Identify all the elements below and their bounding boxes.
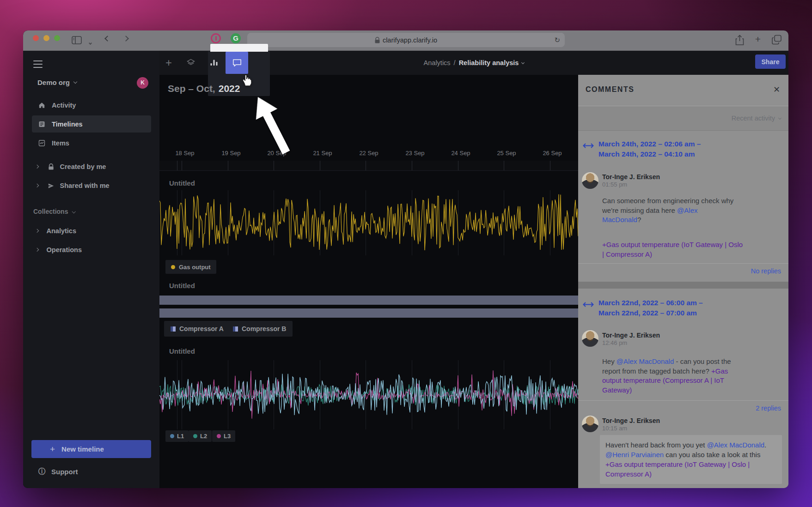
row-title[interactable]: Untitled bbox=[169, 282, 195, 290]
sidebar-item-items[interactable]: Items bbox=[32, 134, 151, 151]
comment-range-link[interactable]: March 22nd, 2022 – 06:00 am – bbox=[598, 299, 774, 307]
hamburger-menu-icon[interactable] bbox=[33, 60, 43, 68]
comment-range-link[interactable]: March 24th, 2022 – 04:10 am bbox=[598, 150, 774, 158]
toolbar-chevron-icon[interactable] bbox=[89, 38, 92, 46]
share-page-icon[interactable] bbox=[735, 35, 744, 48]
tab-overview-icon[interactable] bbox=[772, 35, 782, 48]
period-label[interactable]: Sep – Oct,2022 bbox=[168, 83, 240, 94]
comment-body: Can someone from engineering check why w… bbox=[602, 196, 736, 225]
grammarly-extension-icon[interactable]: G bbox=[231, 33, 241, 43]
comment-bubble-icon bbox=[232, 58, 242, 67]
home-icon bbox=[38, 102, 46, 109]
phases-chart[interactable] bbox=[159, 360, 578, 429]
add-item-button[interactable]: + bbox=[161, 55, 177, 71]
axis-tick-label: 26 Sep bbox=[536, 150, 568, 157]
comments-panel: COMMENTS ✕ Recent activity bbox=[578, 75, 788, 488]
item-link[interactable]: +Gas output temperature (IoT Gateway | O… bbox=[602, 241, 743, 258]
collection-analytics[interactable]: Analytics bbox=[36, 227, 76, 235]
tree-item-shared-with-me[interactable]: Shared with me bbox=[36, 182, 110, 189]
legend-chip-l1[interactable]: L1 bbox=[165, 430, 189, 442]
forward-button[interactable] bbox=[124, 36, 128, 41]
legend-chip-l3[interactable]: L3 bbox=[212, 430, 235, 442]
org-switcher[interactable]: Demo org bbox=[37, 78, 77, 86]
axis-tick-label: 19 Sep bbox=[215, 150, 247, 157]
chevron-right-icon bbox=[35, 248, 39, 252]
timelines-icon bbox=[38, 121, 46, 128]
layers-button[interactable] bbox=[183, 55, 199, 71]
legend-chip-l2[interactable]: L2 bbox=[189, 430, 212, 442]
avatar bbox=[582, 330, 598, 347]
plus-icon: + bbox=[50, 444, 55, 454]
support-button[interactable]: ⓘ Support bbox=[38, 467, 78, 477]
timeline-toolbar: Analytics / Reliability analysis Share + bbox=[159, 51, 788, 75]
clarify-app: Demo org K Activity Timelines bbox=[23, 51, 788, 488]
collection-operations[interactable]: Operations bbox=[36, 246, 82, 254]
comment-time: 01:55 pm bbox=[602, 181, 627, 188]
sidebar-item-timelines[interactable]: Timelines bbox=[32, 115, 151, 133]
comment-item-link[interactable]: +Gas output temperature (IoT Gateway | O… bbox=[602, 240, 743, 259]
comment-range-link[interactable]: March 22nd, 2022 – 07:00 am bbox=[598, 309, 774, 317]
blocker-extension-icon[interactable] bbox=[211, 33, 221, 43]
legend-chip-gas-output[interactable]: Gas output bbox=[165, 260, 216, 274]
row-title[interactable]: Untitled bbox=[169, 179, 195, 187]
axis-tick-label: 23 Sep bbox=[399, 150, 431, 157]
enum-square-icon bbox=[171, 326, 176, 332]
sidebar-item-activity[interactable]: Activity bbox=[32, 97, 151, 114]
sidebar-toggle-icon[interactable] bbox=[72, 36, 82, 44]
new-timeline-button[interactable]: + New timeline bbox=[31, 440, 151, 458]
chevron-down-icon bbox=[778, 116, 781, 119]
replies-link[interactable]: No replies bbox=[751, 267, 781, 275]
series-dot-icon bbox=[170, 434, 174, 438]
comments-button[interactable] bbox=[226, 52, 248, 74]
divider bbox=[578, 263, 788, 264]
item-link[interactable]: +Gas output temperature (IoT Gateway | O… bbox=[605, 460, 750, 478]
replies-link[interactable]: 2 replies bbox=[756, 404, 781, 412]
axis-tick-band bbox=[159, 161, 578, 171]
reply-author: Tor-Inge J. Eriksen bbox=[602, 417, 660, 424]
series-dot-icon bbox=[171, 265, 175, 269]
user-avatar[interactable]: K bbox=[137, 77, 148, 89]
comments-filter[interactable]: Recent activity bbox=[578, 106, 788, 131]
info-icon: ⓘ bbox=[38, 467, 46, 477]
comment-range-link[interactable]: March 24th, 2022 – 02:06 am – bbox=[598, 140, 774, 148]
lock-icon bbox=[375, 37, 380, 43]
minimize-window-button[interactable] bbox=[43, 35, 49, 41]
mention-link[interactable]: @Henri Parviainen bbox=[605, 451, 664, 459]
browser-window: G clarifyapp.clarify.io ↻ + bbox=[23, 30, 788, 488]
new-tab-icon[interactable]: + bbox=[755, 34, 761, 48]
sidebar-item-label: Timelines bbox=[52, 121, 83, 128]
back-button[interactable] bbox=[105, 36, 110, 41]
bar-chart-icon bbox=[210, 59, 218, 67]
row-title[interactable]: Untitled bbox=[169, 347, 195, 355]
gas-output-waveform bbox=[159, 190, 578, 255]
text-segment: Hey bbox=[602, 357, 617, 365]
mention-link[interactable]: @Alex MacDonald bbox=[707, 441, 764, 449]
close-icon[interactable]: ✕ bbox=[773, 84, 780, 95]
zoom-window-button[interactable] bbox=[54, 35, 60, 41]
time-range-icon bbox=[582, 142, 595, 151]
legend-chip-compressor-a[interactable]: Compressor A bbox=[164, 321, 230, 337]
sidebar-item-label: Activity bbox=[52, 102, 76, 109]
close-window-button[interactable] bbox=[33, 35, 39, 41]
legend-chip-compressor-b[interactable]: Compressor B bbox=[226, 321, 293, 337]
text-segment: . bbox=[764, 441, 766, 449]
chart-view-button[interactable] bbox=[206, 55, 222, 71]
timeline-content: Sep – Oct,2022 18 Sep 19 Sep 20 Sep 21 S… bbox=[159, 75, 788, 488]
avatar bbox=[582, 172, 598, 189]
axis-tick-label: 18 Sep bbox=[169, 150, 201, 157]
address-bar[interactable]: clarifyapp.clarify.io ↻ bbox=[247, 33, 565, 47]
chevron-right-icon bbox=[35, 229, 39, 233]
collections-heading[interactable]: Collections bbox=[33, 208, 75, 215]
reload-icon[interactable]: ↻ bbox=[554, 36, 560, 44]
sidebar: Demo org K Activity Timelines bbox=[23, 51, 159, 488]
mention-link[interactable]: @Alex MacDonald bbox=[617, 357, 674, 365]
comment-author: Tor-Inge J. Eriksen bbox=[602, 332, 660, 339]
tree-item-created-by-me[interactable]: Created by me bbox=[36, 163, 106, 170]
send-icon bbox=[48, 182, 55, 189]
compressor-a-status-bar bbox=[159, 296, 578, 305]
layers-icon bbox=[186, 58, 195, 67]
enum-square-icon bbox=[233, 326, 238, 332]
gas-output-chart[interactable] bbox=[159, 190, 578, 255]
compressor-b-status-bar bbox=[159, 308, 578, 318]
timeline-canvas[interactable]: Sep – Oct,2022 18 Sep 19 Sep 20 Sep 21 S… bbox=[159, 75, 578, 488]
